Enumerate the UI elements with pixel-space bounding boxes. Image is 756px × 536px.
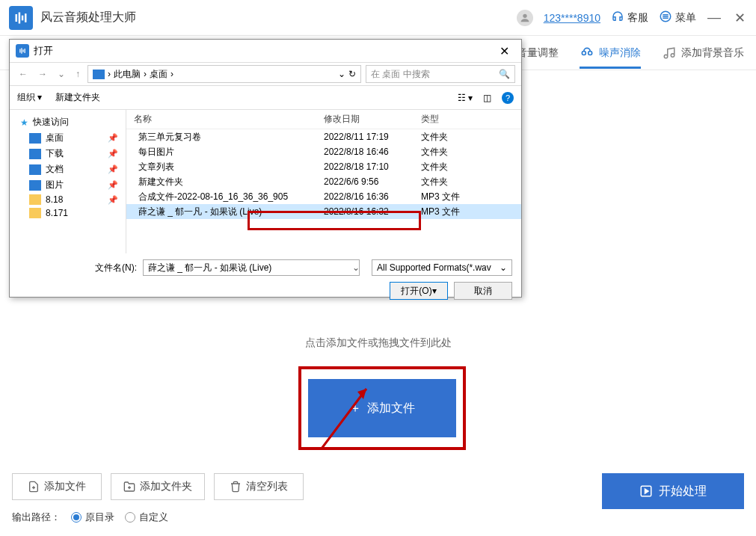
file-row[interactable]: 文章列表2022/8/18 17:10文件夹 [126,159,521,174]
clear-tool[interactable]: 清空列表 [214,473,304,500]
radio-icon [71,512,82,523]
pin-icon: 📌 [108,133,118,143]
titlebar: 风云音频处理大师 123****8910 客服 菜单 — ✕ [0,0,756,36]
chevron-down-icon: ⌄ [500,262,507,273]
filename-input[interactable] [143,259,360,276]
username[interactable]: 123****8910 [544,12,600,24]
star-icon: ★ [20,117,28,128]
organize-menu[interactable]: 组织 ▾ [17,91,42,104]
menu-button[interactable]: 菜单 [659,10,696,25]
plus-icon: ＋ [349,401,361,416]
dialog-close[interactable]: ✕ [494,44,515,58]
cancel-button[interactable]: 取消 [454,282,512,300]
svg-rect-0 [16,14,18,22]
pin-icon: 📌 [108,164,118,174]
add-file-tool[interactable]: 添加文件 [12,473,102,500]
download-icon [29,149,41,159]
desktop-icon [29,133,41,144]
close-button[interactable]: ✕ [732,10,747,25]
pin-icon: 📌 [108,180,118,190]
dialog-nav: ← → ⌄ ↑ › 此电脑 › 桌面 › ⌄ ↻ 在 桌面 中搜索 🔍 [10,62,521,86]
svg-rect-1 [19,12,21,23]
nav-up[interactable]: ↑ [73,69,83,79]
file-list: 名称 修改日期 类型 第三单元复习卷2022/8/11 17:19文件夹每日图片… [126,110,521,253]
file-row[interactable]: 第三单元复习卷2022/8/11 17:19文件夹 [126,129,521,144]
nav-dropdown[interactable]: ⌄ [55,69,68,79]
app-icon [9,6,33,30]
format-select[interactable]: All Supported Formats(*.wav ⌄ [372,259,512,276]
path-bar[interactable]: › 此电脑 › 桌面 › ⌄ ↻ [87,65,361,83]
add-folder-tool[interactable]: 添加文件夹 [111,473,205,500]
nav-back[interactable]: ← [16,69,31,79]
svg-rect-23 [22,49,23,52]
file-header[interactable]: 名称 修改日期 类型 [126,110,521,129]
new-folder-btn[interactable]: 新建文件夹 [55,91,100,104]
start-button[interactable]: 开始处理 [602,473,744,509]
view-menu[interactable]: ☷ ▾ [458,93,473,103]
open-button[interactable]: 打开(O) ▾ [390,282,448,300]
svg-marker-20 [645,489,649,493]
search-input[interactable]: 在 桌面 中搜索 🔍 [366,65,515,83]
dialog-title: 打开 [34,44,53,58]
filename-label: 文件名(N): [95,262,137,274]
drop-hint: 点击添加文件或拖拽文件到此处 [305,336,452,350]
help-icon[interactable]: ? [502,92,514,104]
dialog-sidebar: ★快速访问 桌面📌 下载📌 文档📌 图片📌 8.18📌 8.171 [10,110,126,253]
trash-icon [230,481,242,493]
add-file-button[interactable]: ＋ 添加文件 [308,379,456,437]
refresh-icon[interactable]: ↻ [348,69,356,79]
radio-custom[interactable]: 自定义 [125,511,168,524]
file-dialog: 打开 ✕ ← → ⌄ ↑ › 此电脑 › 桌面 › ⌄ ↻ 在 桌面 中搜索 🔍… [9,39,522,298]
minimize-button[interactable]: — [707,10,722,25]
pin-icon: 📌 [108,149,118,158]
add-file-highlight: ＋ 添加文件 [298,366,466,450]
svg-rect-22 [21,48,22,54]
output-label: 输出路径： [12,511,61,524]
dialog-footer: 文件名(N): ⌄ All Supported Formats(*.wav ⌄ … [10,253,521,306]
sidebar-desktop[interactable]: 桌面📌 [10,130,126,146]
dialog-toolbar: 组织 ▾ 新建文件夹 ☷ ▾ ◫ ? [10,86,521,110]
file-plus-icon [28,481,40,493]
svg-rect-24 [25,49,25,53]
file-row[interactable]: 每日图片2022/8/18 16:46文件夹 [126,144,521,159]
svg-point-10 [588,51,592,55]
sidebar-pic[interactable]: 图片📌 [10,177,126,193]
menu-icon [659,10,672,25]
avatar[interactable] [517,10,533,26]
doc-icon [29,164,41,175]
svg-point-9 [582,51,586,55]
sidebar-doc[interactable]: 文档📌 [10,161,126,177]
tab-noise[interactable]: 噪声消除 [580,38,641,68]
radio-original[interactable]: 原目录 [71,511,114,524]
pc-icon [93,70,105,79]
support-button[interactable]: 客服 [611,10,648,25]
dialog-titlebar: 打开 ✕ [10,40,521,62]
folder-plus-icon [123,481,135,493]
sidebar-folder[interactable]: 8.171 [10,206,126,220]
play-icon [639,484,653,498]
svg-rect-2 [22,15,24,20]
sidebar-folder[interactable]: 8.18📌 [10,193,126,206]
noise-icon [580,46,594,61]
music-icon [662,46,677,61]
file-row[interactable]: 合成文件-2022-08-16_16_36_36_9052022/8/16 16… [126,189,521,204]
nav-forward[interactable]: → [35,69,50,79]
svg-rect-21 [19,49,20,53]
chevron-down-icon[interactable]: ⌄ [352,262,360,273]
sidebar-download[interactable]: 下载📌 [10,146,126,161]
pic-icon [29,180,41,191]
folder-icon [29,194,41,205]
svg-point-4 [523,13,526,17]
svg-rect-3 [25,13,27,22]
tab-bgm[interactable]: 添加背景音乐 [662,38,744,68]
sidebar-quick-access[interactable]: ★快速访问 [10,114,126,130]
chevron-down-icon[interactable]: ⌄ [338,69,345,79]
file-row[interactable]: 新建文件夹2022/6/6 9:56文件夹 [126,174,521,189]
dialog-body: ★快速访问 桌面📌 下载📌 文档📌 图片📌 8.18📌 8.171 名称 修改日… [10,110,521,253]
app-title: 风云音频处理大师 [40,10,517,25]
preview-toggle[interactable]: ◫ [483,93,491,103]
file-row[interactable]: 薛之谦 _ 郁一凡 - 如果说 (Live)2022/8/16 16:32MP3… [126,204,521,219]
bottom-bar: 添加文件 添加文件夹 清空列表 开始处理 输出路径： 原目录 自定义 [0,461,756,536]
headset-icon [611,10,624,25]
radio-icon [125,512,135,523]
